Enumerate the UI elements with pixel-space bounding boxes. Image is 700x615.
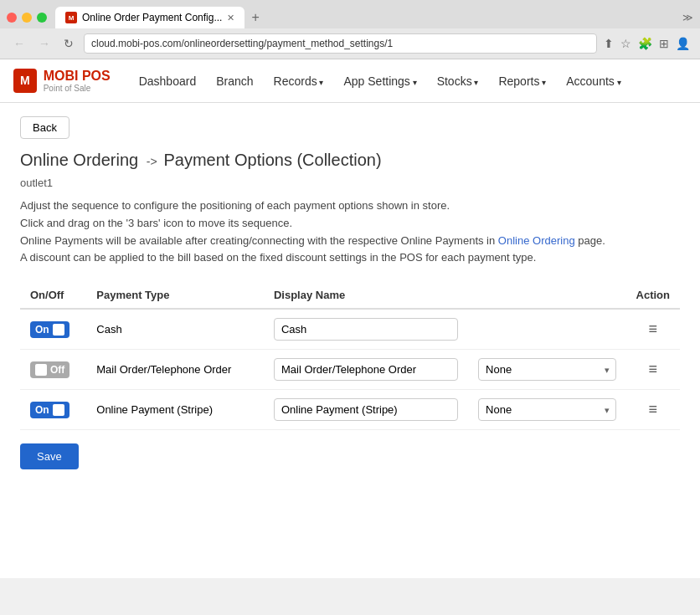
toggle-label-stripe: On [35, 404, 49, 416]
logo-box: M [13, 69, 37, 93]
table-row: On Cash [20, 309, 680, 350]
outlet-name: outlet1 [20, 177, 680, 189]
payment-type-stripe: Online Payment (Stripe) [96, 403, 213, 416]
display-cell-cash [264, 309, 468, 350]
col-header-display: Display Name [264, 282, 468, 309]
refresh-nav-button[interactable]: ↻ [60, 35, 77, 52]
title-part2: Payment Options (Collection) [163, 151, 381, 169]
logo-text-block: MOBI POS Point of Sale [44, 69, 111, 93]
title-arrow: -> [147, 155, 161, 168]
save-button[interactable]: Save [20, 443, 79, 469]
extension-icon[interactable]: 🧩 [638, 37, 652, 50]
toggle-knob-stripe [53, 404, 64, 416]
table-row: Off Mail Order/Telephone Order [20, 350, 680, 390]
type-cell-stripe: Online Payment (Stripe) [86, 390, 264, 430]
nav-branch[interactable]: Branch [208, 69, 261, 93]
toggle-cell-stripe: On [20, 390, 86, 430]
payment-table: On/Off Payment Type Display Name Action … [20, 282, 680, 430]
discount-select-wrapper-stripe: None RM50 Rebate - $50 10% Discount - 10… [478, 398, 615, 421]
nav-app-settings[interactable]: App Settings [335, 69, 425, 93]
display-name-input-cash[interactable] [274, 318, 458, 341]
tab-favicon: M [65, 12, 77, 23]
main-content: Back Online Ordering -> Payment Options … [0, 103, 700, 483]
online-ordering-link[interactable]: Online Ordering [498, 234, 575, 247]
active-tab[interactable]: M Online Order Payment Config... ✕ [55, 7, 244, 28]
traffic-light-red[interactable] [7, 13, 17, 23]
display-cell-stripe [264, 390, 468, 430]
type-cell-mail: Mail Order/Telephone Order [86, 350, 264, 390]
table-header-row: On/Off Payment Type Display Name Action [20, 282, 680, 309]
col-header-discount [468, 282, 625, 309]
description: Adjust the sequence to configure the pos… [20, 197, 680, 267]
forward-nav-button[interactable]: → [35, 35, 54, 52]
new-tab-button[interactable]: + [251, 10, 259, 25]
logo-name: MOBI POS [44, 69, 111, 84]
drag-handle-mail[interactable]: ≡ [636, 361, 671, 378]
desc-line1: Adjust the sequence to configure the pos… [20, 197, 680, 215]
nav-stocks[interactable]: Stocks [429, 69, 487, 93]
discount-cell-cash: None RM50 Rebate - $50 ✓ 10% Discount - … [468, 309, 625, 350]
col-header-type: Payment Type [86, 282, 264, 309]
action-cell-stripe: ≡ [626, 390, 681, 430]
drag-handle-cash[interactable]: ≡ [636, 320, 671, 338]
toggle-knob-cash [53, 324, 64, 336]
share-icon[interactable]: ⬆ [604, 37, 614, 50]
desc-line4: A discount can be applied to the bill ba… [20, 249, 680, 267]
tab-overflow-button[interactable]: ≫ [682, 12, 693, 23]
logo: M MOBI POS Point of Sale [13, 69, 111, 93]
desc-line3: Online Payments will be available after … [20, 233, 680, 250]
col-header-action: Action [626, 282, 681, 309]
toggle-cash[interactable]: On [30, 321, 69, 338]
page-title: Online Ordering -> Payment Options (Coll… [20, 151, 680, 170]
back-button[interactable]: Back [20, 116, 69, 139]
back-nav-button[interactable]: ← [10, 35, 28, 52]
discount-select-mail[interactable]: None RM50 Rebate - $50 10% Discount - 10… [478, 358, 615, 381]
nav-records[interactable]: Records [265, 69, 332, 93]
toggle-cell-mail: Off [20, 350, 86, 390]
nav-dashboard[interactable]: Dashboard [131, 69, 205, 93]
payment-type-mail: Mail Order/Telephone Order [96, 363, 231, 376]
nav-reports[interactable]: Reports [490, 69, 554, 93]
desc-line3-post: page. [575, 234, 605, 247]
address-bar-icons: ⬆ ☆ 🧩 ⊞ 👤 [604, 37, 690, 50]
app-header: M MOBI POS Point of Sale Dashboard Branc… [0, 59, 700, 103]
bookmark-icon[interactable]: ☆ [620, 37, 631, 50]
payment-table-container: On/Off Payment Type Display Name Action … [20, 282, 680, 430]
display-name-input-stripe[interactable] [274, 398, 458, 421]
toggle-mail[interactable]: Off [30, 361, 69, 378]
toggle-label-mail: Off [50, 364, 64, 376]
logo-tagline: Point of Sale [44, 84, 111, 93]
display-name-input-mail[interactable] [274, 358, 458, 381]
desc-line2: Click and drag on the '3 bars' icon to m… [20, 215, 680, 233]
toggle-knob-mail [35, 364, 47, 376]
main-nav: Dashboard Branch Records App Settings St… [131, 69, 687, 93]
toggle-label-cash: On [35, 324, 49, 336]
traffic-light-yellow[interactable] [22, 13, 32, 23]
discount-select-stripe[interactable]: None RM50 Rebate - $50 10% Discount - 10… [478, 398, 615, 421]
drag-handle-stripe[interactable]: ≡ [636, 401, 671, 418]
tab-close-button[interactable]: ✕ [227, 13, 234, 23]
address-bar-input[interactable] [84, 33, 597, 54]
discount-select-wrapper-mail: None RM50 Rebate - $50 10% Discount - 10… [478, 358, 615, 381]
col-header-onoff: On/Off [20, 282, 86, 309]
discount-cell-mail: None RM50 Rebate - $50 10% Discount - 10… [468, 350, 625, 390]
discount-cell-stripe: None RM50 Rebate - $50 10% Discount - 10… [468, 390, 625, 430]
action-cell-mail: ≡ [626, 350, 681, 390]
desc-line3-pre: Online Payments will be available after … [20, 234, 498, 247]
title-part1: Online Ordering [20, 151, 138, 169]
type-cell-cash: Cash [86, 309, 264, 350]
tab-title: Online Order Payment Config... [82, 12, 222, 23]
toggle-stripe[interactable]: On [30, 402, 69, 418]
toggle-cell-cash: On [20, 309, 86, 350]
split-view-icon[interactable]: ⊞ [659, 37, 669, 50]
traffic-light-green[interactable] [37, 13, 47, 23]
table-row: On Online Payment (Stripe) [20, 390, 680, 430]
payment-type-cash: Cash [96, 323, 121, 336]
profile-icon[interactable]: 👤 [676, 37, 690, 50]
nav-accounts[interactable]: Accounts [558, 69, 629, 93]
display-cell-mail [264, 350, 468, 390]
action-cell-cash: ≡ [626, 309, 681, 350]
